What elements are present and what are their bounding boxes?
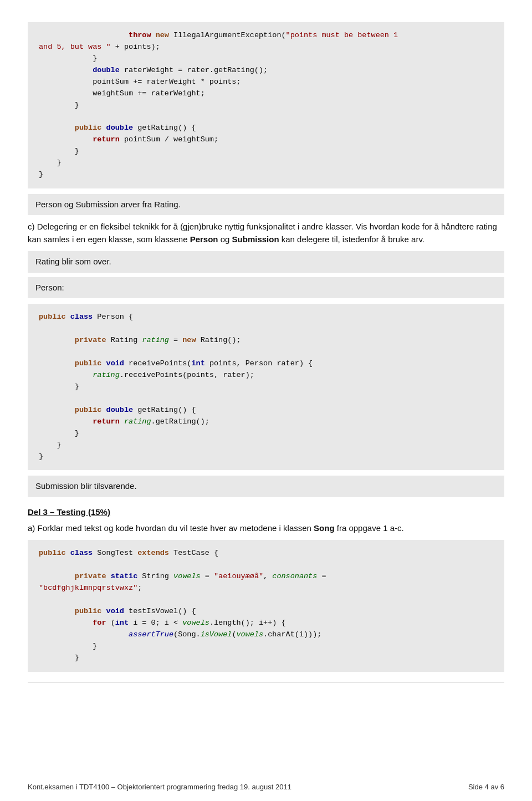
code-block-3: public class SongTest extends TestCase {… bbox=[28, 540, 504, 671]
rating-prose-block: Rating blir som over. bbox=[28, 251, 504, 273]
prose-block-1: Person og Submission arver fra Rating. bbox=[28, 194, 504, 216]
prose-4-text: Person: bbox=[35, 283, 64, 292]
person-prose-block: Person: bbox=[28, 277, 504, 299]
submission-prose-block: Submission blir tilsvarende. bbox=[28, 476, 504, 497]
footer-divider bbox=[28, 682, 504, 682]
prose-5-text: Submission blir tilsvarende. bbox=[35, 481, 137, 491]
code-block-1: throw new IllegalArgumentException("poin… bbox=[28, 22, 504, 188]
prose-3-text: Rating blir som over. bbox=[35, 257, 111, 266]
code-block-2: public class Person { private Rating rat… bbox=[28, 304, 504, 470]
prose-6: a) Forklar med tekst og kode hvordan du … bbox=[28, 522, 504, 535]
section-del3-heading: Del 3 – Testing (15%) bbox=[28, 507, 504, 517]
prose-1-text: Person og Submission arver fra Rating. bbox=[35, 200, 181, 209]
prose-2: c) Delegering er en fleksibel teknikk fo… bbox=[28, 221, 504, 246]
